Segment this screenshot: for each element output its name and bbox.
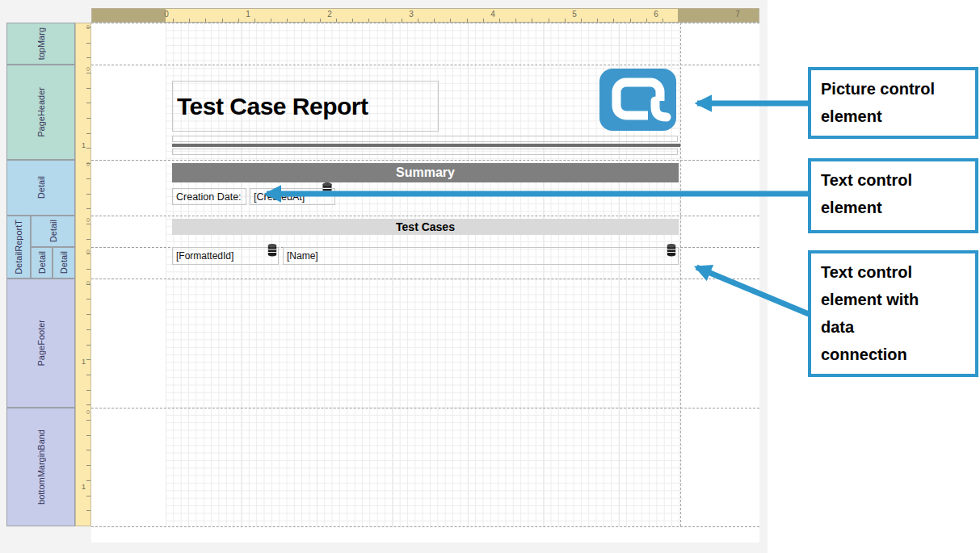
left-margin-ruler-zone [92,9,166,22]
callout-text-control-data-connection: Text control element with data connectio… [808,250,978,377]
database-smart-tag-icon[interactable] [667,244,676,257]
qtest-logo-icon [599,69,676,131]
line-control-upper[interactable] [172,136,678,142]
database-smart-tag-icon[interactable] [322,182,332,196]
ruler-number: 3 [409,10,414,19]
band-strip: topMarg PageHeader Detail DetailReportT … [6,23,75,526]
ruler-number: 1 [82,358,86,366]
test-cases-header-control[interactable]: Test Cases [172,219,679,235]
ruler-number: 0 [86,24,90,30]
creation-date-label-control[interactable]: Creation Date: [172,188,246,205]
band-separator [91,526,759,527]
band-page-footer[interactable]: PageFooter [6,279,75,408]
vertical-ruler: 0 0 0 0 0 0 0 1 1 1 [75,23,91,526]
band-page-header[interactable]: PageHeader [6,65,75,160]
picture-control[interactable] [599,69,676,131]
test-cases-header-text: Test Cases [396,220,455,233]
band-nested-detail-report[interactable]: Detail [31,247,53,279]
design-surface: 0 1 2 3 4 5 6 7 0 0 0 0 0 0 0 1 1 1 topM… [0,0,768,553]
band-separator [91,279,759,279]
ruler-number: 1 [82,141,86,149]
ruler-number: 1 [246,10,250,19]
band-separator [91,23,759,23]
band-separator [91,160,759,161]
band-detail-report[interactable]: DetailReportT [6,216,31,279]
ruler-number: 0 [164,10,169,19]
horizontal-ruler: 0 1 2 3 4 5 6 7 [91,8,759,23]
right-margin-ruler-zone [678,9,759,22]
ruler-number: 0 [86,280,90,286]
ruler-number: 0 [86,249,90,254]
database-smart-tag-icon[interactable] [267,244,277,257]
band-detail-report-detail[interactable]: Detail [31,216,75,247]
band-separator [91,408,759,408]
callout-text-control: Text control element [808,158,978,233]
right-margin-guide [680,23,681,526]
ruler-number: 0 [86,161,90,167]
ruler-number: 5 [572,10,577,19]
band-nested-detail[interactable]: Detail [53,247,75,279]
title-text: Test Case Report [177,93,368,120]
band-bottom-margin[interactable]: bottomMarginBand [6,408,75,526]
summary-header-text: Summary [396,165,455,180]
line-control-lower[interactable] [172,149,678,155]
band-top-margin[interactable]: topMarg [6,23,75,65]
summary-header-control[interactable]: Summary [172,163,679,182]
ruler-number: 6 [654,10,658,19]
ruler-number: 7 [735,10,740,19]
title-label-control[interactable]: Test Case Report [172,81,439,132]
band-separator [91,216,759,216]
name-text-control[interactable]: [Name] [283,247,679,265]
ruler-number: 4 [490,10,495,19]
ruler-number: 0 [86,409,90,415]
formattedid-text-control[interactable]: [FormattedId] [172,247,279,265]
report-designer: 0 1 2 3 4 5 6 7 0 0 0 0 0 0 0 1 1 1 topM… [0,0,980,553]
band-separator [91,65,759,65]
ruler-number: 0 [86,66,90,72]
band-detail[interactable]: Detail [6,160,75,216]
ruler-number: 1 [82,483,86,491]
line-control[interactable] [172,144,680,147]
ruler-number: 2 [327,10,332,19]
callout-picture-control: Picture control element [808,67,978,139]
ruler-number: 0 [86,217,90,223]
